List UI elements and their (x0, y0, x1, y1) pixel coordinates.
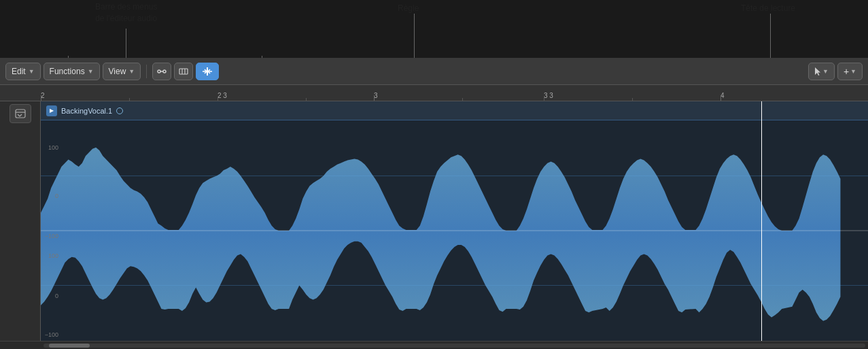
svg-rect-9 (16, 110, 25, 118)
edit-chevron: ▼ (29, 68, 35, 75)
cursor-chevron: ▼ (822, 68, 829, 75)
edit-menu[interactable]: Edit ▼ (5, 63, 41, 80)
menu-bar-annotation: Barre des menus de l'éditeur audio (95, 1, 157, 24)
playhead-annotation: Tête de lecture (741, 3, 795, 14)
svg-point-2 (163, 70, 166, 73)
svg-point-0 (158, 70, 160, 73)
ruler: 2 2 3 3 3 3 4 (0, 85, 868, 101)
menu-bar-annotation-line (126, 29, 126, 58)
toolbar-sep-1 (146, 65, 147, 78)
snap-btn[interactable] (196, 63, 219, 80)
waveform-svg (41, 120, 868, 341)
track-name: BackingVocal.1 (61, 107, 112, 115)
ruler-content: 2 2 3 3 3 3 4 (41, 85, 868, 101)
edit-label: Edit (12, 67, 26, 76)
collapse-icon (15, 109, 26, 118)
cursor-icon (814, 67, 821, 76)
scrollbar-container (0, 341, 868, 349)
scrollbar-track (44, 344, 865, 348)
trim-btn[interactable] (174, 63, 193, 80)
ruler-mark-23: 2 3 (218, 92, 227, 99)
flex-icon (157, 67, 167, 76)
add-chevron: ▼ (850, 68, 856, 75)
flex-tool-btn[interactable] (152, 63, 171, 80)
ruler-annotation-line (414, 14, 415, 59)
ruler-mark-33: 3 3 (544, 92, 553, 99)
view-menu[interactable]: View ▼ (103, 63, 141, 80)
svg-line-11 (18, 114, 20, 116)
playhead-annotation-line (770, 14, 771, 59)
track-header: ▶ BackingVocal.1 (41, 101, 868, 120)
waveform-container: 100 0 −100 100 0 −100 ▶ BackingVocal.1 (41, 101, 868, 341)
main-content: 100 0 −100 100 0 −100 ▶ BackingVocal.1 (0, 101, 868, 341)
functions-menu[interactable]: Functions ▼ (44, 63, 100, 80)
view-chevron: ▼ (128, 68, 135, 75)
toolbar: Edit ▼ Functions ▼ View ▼ (0, 58, 868, 85)
add-btn[interactable]: + ▼ (837, 63, 863, 80)
toolbar-right: ▼ + ▼ (808, 63, 863, 80)
view-label: View (109, 67, 126, 76)
svg-rect-3 (179, 69, 188, 74)
snap-icon (202, 67, 213, 76)
sidebar (0, 101, 41, 341)
svg-line-12 (20, 114, 22, 116)
add-icon-text: + (844, 66, 849, 77)
ruler-annotation: Règle (398, 3, 419, 14)
trim-icon (179, 67, 188, 76)
functions-label: Functions (50, 67, 85, 76)
cursor-tool-btn[interactable]: ▼ (808, 63, 835, 80)
scrollbar-thumb[interactable] (49, 344, 90, 348)
collapse-btn[interactable] (10, 104, 31, 123)
track-play-btn[interactable]: ▶ (46, 105, 57, 116)
track-loop-btn[interactable] (116, 107, 123, 114)
functions-chevron: ▼ (88, 68, 94, 75)
audio-editor: Edit ▼ Functions ▼ View ▼ (0, 58, 868, 349)
